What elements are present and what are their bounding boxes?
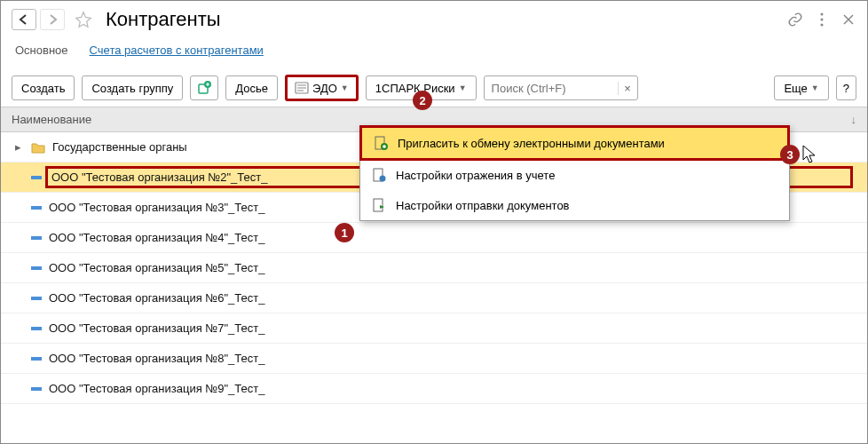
svg-point-1 [821,19,824,21]
svg-rect-12 [31,357,42,361]
sort-arrow-icon[interactable]: ↓ [851,113,857,126]
svg-point-17 [380,176,386,182]
dash-icon [31,356,42,361]
create-button[interactable]: Создать [12,75,75,100]
dash-icon [31,386,42,392]
tab-main[interactable]: Основное [15,44,68,60]
add-object-button[interactable] [190,75,218,100]
dash-icon [31,296,42,301]
search-input-wrap: × [484,75,638,100]
list-row[interactable]: ООО "Тестовая организация №8"_Тест_ [1,344,867,374]
column-name[interactable]: Наименование [12,113,91,126]
svg-point-0 [821,13,824,16]
dash-icon [31,175,42,180]
tree-caret-icon[interactable]: ▸ [15,140,24,154]
doc-settings-icon [371,167,387,183]
svg-rect-18 [374,199,383,211]
close-icon[interactable] [840,12,856,28]
svg-rect-13 [31,387,42,391]
dash-icon [31,266,42,271]
annotation-badge-2: 2 [413,91,432,110]
link-icon[interactable] [787,12,803,28]
list-row[interactable]: ООО "Тестовая организация №7"_Тест_ [1,313,867,344]
menu-invite[interactable]: Пригласить к обмену электронными докумен… [359,125,790,161]
svg-rect-6 [31,176,42,179]
list-row[interactable]: ООО "Тестовая организация №9"_Тест_ [1,374,867,404]
list-row[interactable]: ООО "Тестовая организация №6"_Тест_ [1,283,867,313]
edo-button[interactable]: ЭДО▼ [285,75,359,101]
svg-rect-7 [31,206,42,210]
kebab-menu-icon[interactable] [814,12,830,28]
annotation-badge-1: 1 [335,223,354,242]
edo-dropdown: Пригласить к обмену электронными докумен… [359,125,790,221]
nav-back-button[interactable] [12,9,36,30]
list-row[interactable]: ООО "Тестовая организация №5"_Тест_ [1,253,867,283]
tab-accounts-link[interactable]: Счета расчетов с контрагентами [90,44,264,60]
dash-icon [31,326,42,331]
dash-icon [31,205,42,210]
svg-rect-10 [31,297,42,300]
dossier-button[interactable]: Досье [225,75,278,100]
svg-rect-9 [31,266,42,270]
page-title: Контрагенты [106,8,221,31]
more-button[interactable]: Еще▼ [774,75,828,100]
nav-forward-button[interactable] [40,9,65,30]
favorite-star-icon[interactable] [74,10,93,29]
menu-send-settings[interactable]: Настройки отправки документов [360,190,789,220]
search-input[interactable] [485,76,618,99]
annotation-badge-3: 3 [780,145,800,164]
help-button[interactable]: ? [836,75,856,100]
svg-point-2 [821,24,824,27]
folder-icon [31,141,45,154]
list-row[interactable]: ООО "Тестовая организация №4"_Тест_ [1,223,867,253]
svg-rect-11 [31,327,42,330]
create-group-button[interactable]: Создать группу [82,75,183,100]
mouse-cursor-icon [802,145,818,167]
doc-add-icon [373,135,389,151]
svg-rect-8 [31,236,42,240]
dash-icon [31,235,42,241]
menu-reflection[interactable]: Настройки отражения в учете [360,160,789,190]
edo-icon [295,82,309,94]
search-clear-button[interactable]: × [618,82,637,95]
doc-send-icon [371,197,387,213]
